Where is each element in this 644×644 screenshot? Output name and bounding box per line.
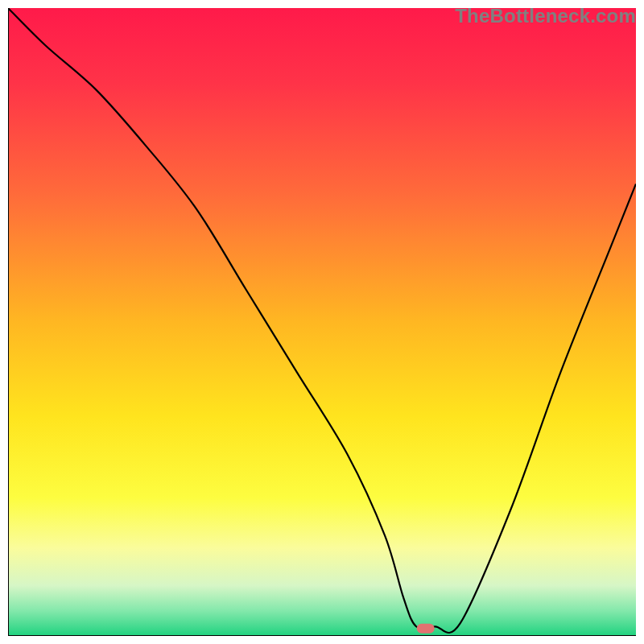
chart-container: TheBottleneck.com: [0, 0, 644, 644]
watermark-text: TheBottleneck.com: [455, 5, 636, 27]
optimal-point-marker: [417, 624, 435, 634]
chart-svg: [8, 8, 636, 636]
plot-area: [8, 8, 636, 636]
chart-background: [8, 8, 636, 636]
